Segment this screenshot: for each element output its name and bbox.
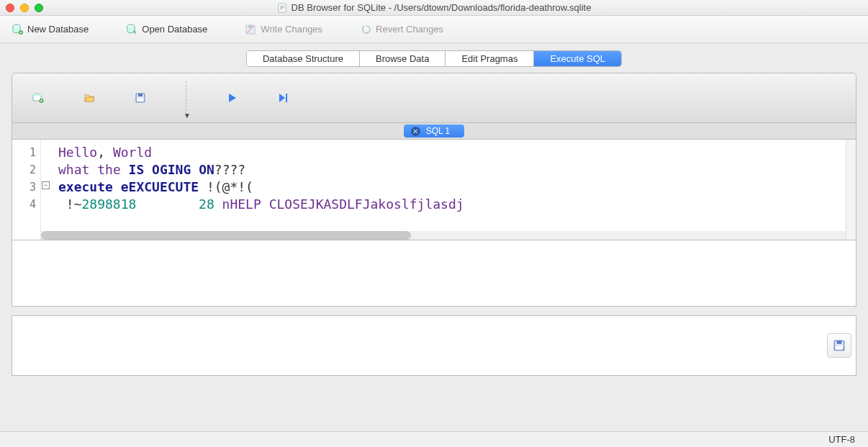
code-token: CLOSEJKASDLFJakoslfjlasdj — [269, 197, 464, 212]
code-token — [191, 162, 199, 177]
close-sql-tab-button[interactable]: ✕ — [411, 127, 420, 136]
log-pane — [12, 315, 856, 376]
line-number: 3 — [12, 179, 36, 196]
toolbar-separator — [186, 81, 186, 114]
save-results-button[interactable] — [827, 333, 851, 358]
svg-rect-13 — [138, 94, 143, 96]
revert-changes-icon — [360, 24, 371, 35]
code-token: nHELP — [222, 197, 261, 212]
code-token: the — [97, 162, 121, 177]
code-token: execute — [58, 179, 113, 194]
editor-horizontal-scrollbar[interactable] — [41, 231, 846, 240]
statusbar: UTF-8 — [0, 431, 868, 447]
code-token: IS — [129, 162, 145, 177]
code-token — [214, 197, 222, 212]
open-database-button[interactable]: Open Database — [122, 21, 212, 38]
close-window-button[interactable] — [6, 4, 14, 12]
mode-tab-group: Database Structure Browse Data Edit Prag… — [246, 50, 622, 67]
tab-database-structure[interactable]: Database Structure — [247, 51, 360, 66]
main-toolbar: New Database Open Database Write Changes… — [0, 16, 868, 43]
code-token: OGING — [152, 162, 191, 177]
sql-toolbar-dropdown-indicator[interactable]: ▼ — [184, 112, 191, 119]
svg-rect-1 — [280, 6, 284, 6]
sql-tabstrip: ✕ SQL 1 — [12, 123, 856, 140]
code-token: what — [58, 162, 89, 177]
new-sql-tab-button[interactable] — [32, 92, 44, 104]
sql-file-tab-label: SQL 1 — [426, 126, 451, 136]
write-changes-icon — [245, 24, 256, 35]
tab-edit-pragmas[interactable]: Edit Pragmas — [446, 51, 534, 66]
svg-rect-3 — [280, 9, 283, 9]
svg-rect-0 — [279, 4, 286, 12]
revert-changes-button[interactable]: Revert Changes — [356, 21, 448, 38]
encoding-indicator[interactable]: UTF-8 — [828, 434, 855, 445]
editor-vertical-scrollbar[interactable] — [846, 140, 856, 240]
svg-rect-15 — [286, 94, 287, 102]
svg-rect-10 — [33, 94, 41, 96]
window-title: DB Browser for SQLite - /Users/dtown/Dow… — [0, 2, 868, 13]
minimize-window-button[interactable] — [20, 4, 29, 12]
code-token: eEXCUECUTE — [121, 179, 199, 194]
save-sql-file-button[interactable] — [135, 92, 146, 104]
code-token: World — [113, 145, 152, 160]
svg-rect-17 — [837, 340, 842, 344]
tab-browse-data[interactable]: Browse Data — [360, 51, 446, 66]
editor-gutter: 1234 — [12, 140, 41, 240]
code-token: , — [97, 145, 113, 160]
line-number: 1 — [12, 144, 36, 161]
titlebar: DB Browser for SQLite - /Users/dtown/Dow… — [0, 0, 868, 16]
code-token — [144, 162, 152, 177]
line-number: 4 — [12, 196, 36, 213]
workspace: ▼ ✕ SQL 1 1234 − Hello, Worldwhat the IS… — [12, 73, 856, 425]
svg-rect-2 — [280, 7, 284, 8]
fold-column: − — [41, 140, 54, 240]
write-changes-label: Write Changes — [261, 24, 322, 35]
code-line[interactable]: Hello, World — [58, 144, 846, 161]
mode-tab-bar: Database Structure Browse Data Edit Prag… — [0, 43, 868, 73]
results-pane — [12, 240, 856, 307]
run-sql-line-button[interactable] — [277, 92, 289, 104]
code-token — [136, 197, 199, 212]
fold-toggle[interactable]: − — [42, 181, 50, 189]
new-database-label: New Database — [27, 24, 89, 35]
tab-execute-sql[interactable]: Execute SQL — [534, 51, 621, 66]
revert-changes-label: Revert Changes — [376, 24, 443, 35]
code-area[interactable]: Hello, Worldwhat the IS OGING ON????exec… — [54, 140, 846, 240]
write-changes-button[interactable]: Write Changes — [240, 21, 327, 38]
code-token: !~ — [58, 197, 82, 212]
maximize-window-button[interactable] — [35, 4, 43, 12]
code-token: !(@*!( — [199, 179, 253, 194]
code-line[interactable]: !~2898818 28 nHELP CLOSEJKASDLFJakoslfjl… — [58, 196, 846, 213]
save-results-icon — [833, 339, 846, 352]
sql-toolbar: ▼ — [12, 73, 856, 123]
svg-rect-18 — [836, 346, 843, 350]
run-sql-button[interactable] — [226, 92, 238, 104]
code-token — [121, 162, 129, 177]
code-token: ???? — [214, 162, 245, 177]
pane-gap — [12, 307, 856, 315]
open-database-label: Open Database — [142, 24, 207, 35]
document-icon — [277, 3, 287, 13]
code-token: Hello — [58, 145, 97, 160]
svg-rect-14 — [137, 99, 143, 101]
line-number: 2 — [12, 161, 36, 179]
code-token: 28 — [199, 197, 214, 212]
code-token — [113, 179, 121, 194]
sql-file-tab[interactable]: ✕ SQL 1 — [404, 125, 465, 137]
code-line[interactable]: execute eEXCUECUTE !(@*!( — [58, 179, 846, 196]
code-token — [261, 197, 269, 212]
scrollbar-thumb[interactable] — [41, 231, 411, 240]
open-sql-file-button[interactable] — [83, 92, 95, 104]
code-token: ON — [199, 162, 214, 177]
new-database-button[interactable]: New Database — [7, 21, 93, 38]
code-token: 2898818 — [82, 197, 137, 212]
window-controls — [6, 4, 43, 12]
code-line[interactable]: what the IS OGING ON???? — [58, 161, 846, 179]
open-database-icon — [126, 24, 137, 35]
new-database-icon — [12, 24, 23, 35]
window-title-text: DB Browser for SQLite - /Users/dtown/Dow… — [291, 2, 592, 13]
code-token — [89, 162, 97, 177]
sql-editor[interactable]: 1234 − Hello, Worldwhat the IS OGING ON?… — [12, 140, 856, 240]
